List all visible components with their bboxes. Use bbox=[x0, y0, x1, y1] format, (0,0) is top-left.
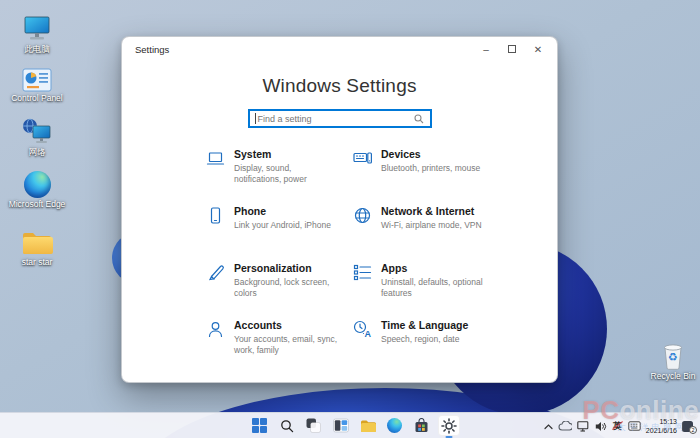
phone-icon bbox=[206, 206, 225, 225]
close-button[interactable]: ✕ bbox=[525, 38, 551, 60]
category-subtitle: Uninstall, defaults, optional features bbox=[381, 277, 485, 299]
brush-icon bbox=[206, 263, 225, 282]
category-apps[interactable]: Apps Uninstall, defaults, optional featu… bbox=[353, 262, 533, 319]
globe-icon bbox=[353, 206, 372, 225]
desktop-icon-recycle-bin[interactable]: ♻ Recycle Bin bbox=[644, 338, 700, 382]
desktop-icon-control-panel[interactable]: Control Panel bbox=[8, 60, 66, 104]
person-icon bbox=[206, 320, 225, 339]
category-network-internet[interactable]: Network & Internet Wi-Fi, airplane mode,… bbox=[353, 205, 533, 262]
clock-date: 2021/6/16 bbox=[646, 426, 677, 435]
microsoft-store-icon bbox=[414, 418, 429, 433]
touch-keyboard-icon[interactable] bbox=[628, 421, 641, 431]
category-time-language[interactable]: A Time & Language Speech, region, date bbox=[353, 319, 533, 376]
folder-icon bbox=[21, 224, 53, 256]
taskbar-settings-button[interactable] bbox=[438, 415, 460, 436]
category-title: Personalization bbox=[234, 262, 338, 275]
clock-time: 15:13 bbox=[646, 417, 677, 426]
desktop-icon-network[interactable]: 网络 bbox=[8, 114, 66, 158]
category-phone[interactable]: Phone Link your Android, iPhone bbox=[206, 205, 353, 262]
desktop-icon-label: Control Panel bbox=[11, 94, 63, 104]
notification-center-button[interactable]: 2 bbox=[682, 420, 696, 433]
taskbar-clock[interactable]: 15:13 2021/6/16 bbox=[646, 417, 677, 435]
devices-icon bbox=[353, 149, 372, 168]
task-view-icon bbox=[306, 418, 321, 433]
desktop-icon-label: Recycle Bin bbox=[651, 372, 696, 382]
recycle-bin-icon: ♻ bbox=[662, 338, 684, 370]
category-subtitle: Background, lock screen, colors bbox=[234, 277, 338, 299]
category-system[interactable]: System Display, sound, notifications, po… bbox=[206, 148, 353, 205]
volume-icon[interactable] bbox=[595, 421, 607, 432]
category-subtitle: Link your Android, iPhone bbox=[234, 220, 331, 231]
window-titlebar[interactable]: Settings – ✕ bbox=[122, 37, 557, 61]
window-caption-buttons: – ✕ bbox=[473, 37, 551, 61]
category-title: Time & Language bbox=[381, 319, 468, 332]
onedrive-cloud-icon[interactable] bbox=[558, 421, 572, 431]
category-subtitle: Bluetooth, printers, mouse bbox=[381, 163, 480, 174]
category-accounts[interactable]: Accounts Your accounts, email, sync, wor… bbox=[206, 319, 353, 376]
taskbar: 英 15:13 2021/6/16 2 bbox=[0, 412, 700, 438]
task-view-button[interactable] bbox=[303, 415, 325, 436]
network-icon bbox=[22, 114, 52, 146]
category-subtitle: Speech, region, date bbox=[381, 334, 468, 345]
edge-icon bbox=[387, 418, 402, 433]
svg-text:♻: ♻ bbox=[668, 351, 678, 363]
category-title: Apps bbox=[381, 262, 485, 275]
time-language-icon: A bbox=[353, 320, 372, 339]
minimize-button[interactable]: – bbox=[473, 38, 499, 60]
category-title: System bbox=[234, 148, 338, 161]
desktop-icon-label: 此电脑 bbox=[24, 45, 50, 55]
maximize-icon bbox=[508, 45, 516, 53]
ime-language-icon[interactable]: 英 bbox=[612, 420, 623, 433]
search-input[interactable]: Find a setting bbox=[248, 109, 432, 128]
this-pc-icon bbox=[22, 11, 52, 43]
desktop-icon-this-pc[interactable]: 此电脑 bbox=[8, 11, 66, 55]
category-subtitle: Your accounts, email, sync, work, family bbox=[234, 334, 338, 356]
edge-icon bbox=[24, 166, 51, 198]
widgets-icon bbox=[333, 418, 349, 433]
category-subtitle: Wi-Fi, airplane mode, VPN bbox=[381, 220, 482, 231]
apps-list-icon bbox=[353, 263, 372, 282]
file-explorer-icon bbox=[360, 419, 376, 433]
control-panel-icon bbox=[22, 60, 52, 92]
hidden-icons-chevron[interactable] bbox=[544, 423, 553, 430]
desktop: 此电脑 Control Panel bbox=[0, 0, 700, 438]
category-subtitle: Display, sound, notifications, power bbox=[234, 163, 338, 185]
network-tray-icon[interactable] bbox=[577, 421, 590, 432]
category-title: Accounts bbox=[234, 319, 338, 332]
search-icon[interactable] bbox=[414, 114, 424, 124]
system-tray: 英 15:13 2021/6/16 2 bbox=[544, 413, 696, 438]
category-title: Network & Internet bbox=[381, 205, 482, 218]
page-title: Windows Settings bbox=[122, 75, 557, 97]
settings-category-grid: System Display, sound, notifications, po… bbox=[206, 148, 557, 376]
settings-window: Settings – ✕ Windows Settings Find a set… bbox=[121, 36, 558, 383]
desktop-icon-microsoft-edge[interactable]: Microsoft Edge bbox=[8, 166, 66, 210]
search-icon bbox=[280, 419, 294, 433]
category-devices[interactable]: Devices Bluetooth, printers, mouse bbox=[353, 148, 533, 205]
category-personalization[interactable]: Personalization Background, lock screen,… bbox=[206, 262, 353, 319]
category-title: Devices bbox=[381, 148, 480, 161]
notification-count-badge: 2 bbox=[689, 426, 697, 434]
widgets-button[interactable] bbox=[330, 415, 352, 436]
desktop-icon-label: Microsoft Edge bbox=[9, 200, 66, 210]
microsoft-store-button[interactable] bbox=[411, 415, 433, 436]
taskbar-search-button[interactable] bbox=[276, 415, 298, 436]
desktop-icon-label: 网络 bbox=[29, 148, 46, 158]
file-explorer-button[interactable] bbox=[357, 415, 379, 436]
taskbar-edge-button[interactable] bbox=[384, 415, 406, 436]
search-placeholder: Find a setting bbox=[256, 114, 414, 124]
laptop-icon bbox=[206, 149, 225, 168]
desktop-icon-folder[interactable]: star star bbox=[8, 224, 66, 268]
category-title: Phone bbox=[234, 205, 331, 218]
taskbar-center bbox=[249, 415, 460, 436]
desktop-icon-label: star star bbox=[22, 258, 53, 268]
window-title: Settings bbox=[122, 44, 169, 55]
settings-gear-icon bbox=[441, 418, 457, 434]
start-button[interactable] bbox=[249, 415, 271, 436]
windows-logo-icon bbox=[252, 418, 267, 433]
maximize-button[interactable] bbox=[499, 38, 525, 60]
svg-text:A: A bbox=[365, 329, 372, 339]
